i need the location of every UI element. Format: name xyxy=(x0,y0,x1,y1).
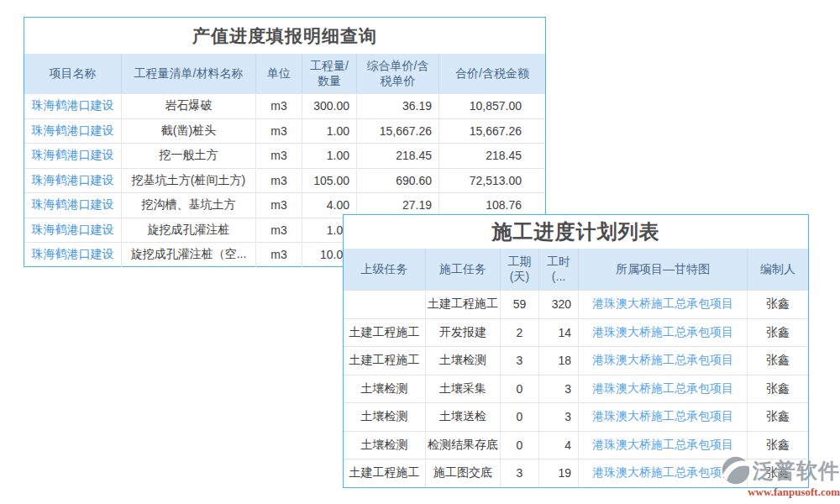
item-name-cell: 挖一般土方 xyxy=(121,143,255,168)
item-name-cell: 旋挖成孔灌注桩（空... xyxy=(121,242,255,267)
construction-schedule-panel: 施工进度计划列表 上级任务 施工任务 工期 (天) 工时 (... 所属项目—甘… xyxy=(343,214,809,488)
hours-cell: 19 xyxy=(538,459,578,487)
duration-cell: 2 xyxy=(500,318,538,347)
column-header-author: 编制人 xyxy=(747,249,808,290)
item-name-cell: 旋挖成孔灌注桩 xyxy=(121,218,255,243)
author-cell: 张鑫 xyxy=(747,318,808,347)
hours-cell: 320 xyxy=(538,290,578,318)
gantt-project-link[interactable]: 港珠澳大桥施工总承包项目 xyxy=(578,375,747,403)
table-row: 珠海鹤港口建设 截(凿)桩头 m3 1.00 15,667.26 15,667.… xyxy=(24,118,545,144)
table-row: 珠海鹤港口建设 岩石爆破 m3 300.00 36.19 10,857.00 xyxy=(24,93,545,118)
panel-title: 施工进度计划列表 xyxy=(344,215,808,249)
parent-task-cell: 土壤检测 xyxy=(344,402,425,431)
amount-cell: 72,513.00 xyxy=(438,168,545,193)
fanpu-watermark: 泛普软件 www.fanpusoft.com xyxy=(721,455,840,499)
hours-cell: 14 xyxy=(538,318,578,347)
quantity-cell: 1.00 xyxy=(302,118,356,144)
project-link[interactable]: 珠海鹤港口建设 xyxy=(24,242,121,267)
column-header-task: 施工任务 xyxy=(425,249,500,290)
column-header-parent-task: 上级任务 xyxy=(344,249,425,290)
gantt-project-link[interactable]: 港珠澳大桥施工总承包项目 xyxy=(578,402,747,431)
unit-price-cell: 15,667.26 xyxy=(356,118,438,144)
unit-cell: m3 xyxy=(255,118,302,144)
column-header-duration: 工期 (天) xyxy=(500,249,538,290)
duration-cell: 0 xyxy=(500,402,538,431)
task-cell: 施工图交底 xyxy=(425,459,500,487)
unit-cell: m3 xyxy=(255,242,302,267)
column-header-unit-price: 综合单价/含 税单价 xyxy=(356,54,438,93)
gantt-project-link[interactable]: 港珠澳大桥施工总承包项目 xyxy=(578,290,747,318)
column-header-amount: 合价/含税金额 xyxy=(438,54,545,93)
column-header-project-gantt: 所属项目—甘特图 xyxy=(578,249,747,290)
amount-cell: 15,667.26 xyxy=(438,118,545,144)
gantt-project-link[interactable]: 港珠澳大桥施工总承包项目 xyxy=(578,318,747,347)
amount-cell: 10,857.00 xyxy=(438,93,545,118)
quantity-cell: 1.00 xyxy=(302,143,356,168)
amount-cell: 218.45 xyxy=(438,143,545,168)
task-cell: 土壤检测 xyxy=(425,346,500,375)
author-cell: 张鑫 xyxy=(747,346,808,375)
unit-cell: m3 xyxy=(255,192,302,218)
project-link[interactable]: 珠海鹤港口建设 xyxy=(24,192,121,218)
author-cell: 张鑫 xyxy=(747,431,808,459)
table-row: 土建工程施工 59 320 港珠澳大桥施工总承包项目 张鑫 xyxy=(344,290,808,318)
table-header-row: 上级任务 施工任务 工期 (天) 工时 (... 所属项目—甘特图 编制人 xyxy=(344,249,808,290)
unit-cell: m3 xyxy=(255,143,302,168)
column-header-project: 项目名称 xyxy=(24,54,121,93)
fanpu-logo-icon xyxy=(721,455,751,486)
author-cell: 张鑫 xyxy=(747,402,808,431)
table-row: 土建工程施工 土壤检测 3 18 港珠澳大桥施工总承包项目 张鑫 xyxy=(344,346,808,375)
parent-task-cell: 土壤检测 xyxy=(344,431,425,459)
parent-task-cell: 土建工程施工 xyxy=(344,346,425,375)
task-cell: 检测结果存底 xyxy=(425,431,500,459)
gantt-project-link[interactable]: 港珠澳大桥施工总承包项目 xyxy=(578,431,747,459)
table-row: 土壤检测 土壤送检 0 3 港珠澳大桥施工总承包项目 张鑫 xyxy=(344,402,808,431)
project-link[interactable]: 珠海鹤港口建设 xyxy=(24,168,121,193)
table-row: 土壤检测 土壤采集 0 3 港珠澳大桥施工总承包项目 张鑫 xyxy=(344,375,808,403)
gantt-project-link[interactable]: 港珠澳大桥施工总承包项目 xyxy=(578,346,747,375)
author-cell: 张鑫 xyxy=(747,375,808,403)
parent-task-cell xyxy=(344,290,425,318)
item-name-cell: 岩石爆破 xyxy=(121,93,255,118)
quantity-cell: 300.00 xyxy=(302,93,356,118)
fanpu-logo-url: www.fanpusoft.com xyxy=(721,486,840,499)
duration-cell: 59 xyxy=(500,290,538,318)
hours-cell: 4 xyxy=(538,431,578,459)
panel-title: 产值进度填报明细查询 xyxy=(24,18,545,54)
project-link[interactable]: 珠海鹤港口建设 xyxy=(24,93,121,118)
duration-cell: 3 xyxy=(500,459,538,487)
unit-price-cell: 36.19 xyxy=(356,93,438,118)
unit-price-cell: 690.60 xyxy=(356,168,438,193)
table-row: 珠海鹤港口建设 挖基坑土方(桩间土方) m3 105.00 690.60 72,… xyxy=(24,168,545,193)
project-link[interactable]: 珠海鹤港口建设 xyxy=(24,118,121,144)
quantity-cell: 105.00 xyxy=(302,168,356,193)
column-header-unit: 单位 xyxy=(255,54,302,93)
duration-cell: 0 xyxy=(500,375,538,403)
task-cell: 土壤送检 xyxy=(425,402,500,431)
task-cell: 土壤采集 xyxy=(425,375,500,403)
project-link[interactable]: 珠海鹤港口建设 xyxy=(24,143,121,168)
parent-task-cell: 土建工程施工 xyxy=(344,318,425,347)
unit-price-cell: 218.45 xyxy=(356,143,438,168)
column-header-hours: 工时 (... xyxy=(538,249,578,290)
project-link[interactable]: 珠海鹤港口建设 xyxy=(24,218,121,243)
table-row: 土建工程施工 开发报建 2 14 港珠澳大桥施工总承包项目 张鑫 xyxy=(344,318,808,347)
unit-cell: m3 xyxy=(255,218,302,243)
duration-cell: 3 xyxy=(500,346,538,375)
hours-cell: 18 xyxy=(538,346,578,375)
hours-cell: 3 xyxy=(538,375,578,403)
task-cell: 开发报建 xyxy=(425,318,500,347)
task-cell: 土建工程施工 xyxy=(425,290,500,318)
column-header-quantity: 工程量/ 数量 xyxy=(302,54,356,93)
fanpu-logo-text: 泛普软件 xyxy=(753,457,840,485)
parent-task-cell: 土壤检测 xyxy=(344,375,425,403)
item-name-cell: 挖基坑土方(桩间土方) xyxy=(121,168,255,193)
duration-cell: 0 xyxy=(500,431,538,459)
item-name-cell: 截(凿)桩头 xyxy=(121,118,255,144)
table-header-row: 项目名称 工程量清单/材料名称 单位 工程量/ 数量 综合单价/含 税单价 合价… xyxy=(24,54,545,93)
unit-cell: m3 xyxy=(255,93,302,118)
hours-cell: 3 xyxy=(538,402,578,431)
parent-task-cell: 土建工程施工 xyxy=(344,459,425,487)
column-header-item: 工程量清单/材料名称 xyxy=(121,54,255,93)
author-cell: 张鑫 xyxy=(747,290,808,318)
